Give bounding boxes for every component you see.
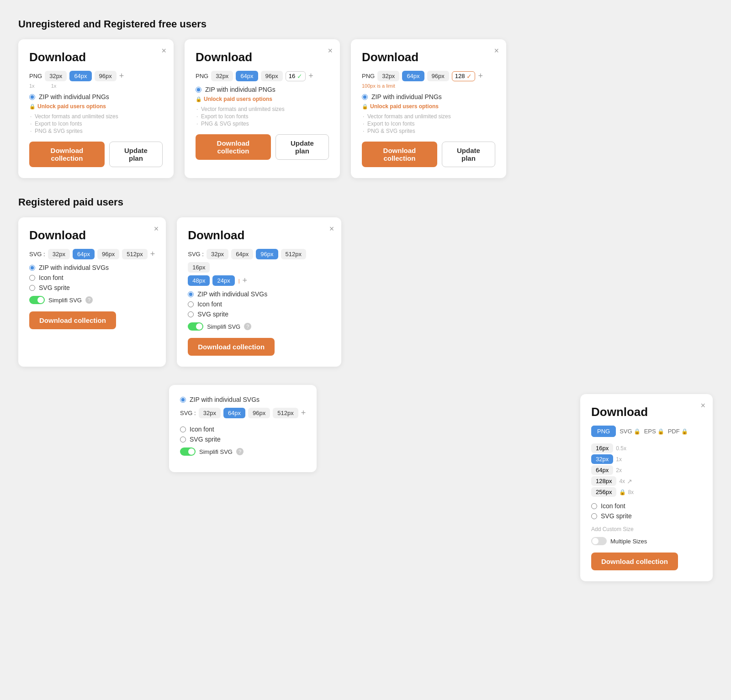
lock-pdf-icon: 🔒 xyxy=(681,428,688,435)
close-button-5[interactable]: × xyxy=(329,225,334,233)
format-png-btn[interactable]: PNG xyxy=(591,426,616,437)
size-512-5[interactable]: 512px xyxy=(281,249,306,259)
close-button-1[interactable]: × xyxy=(161,47,166,55)
download-btn-2[interactable]: Download collection xyxy=(196,134,271,160)
svg-sprite-radio-input-1[interactable] xyxy=(29,285,35,291)
size-32-4[interactable]: 32px xyxy=(48,249,70,259)
size-16-btn[interactable]: 16px xyxy=(591,443,613,453)
btn-row-3: Download collection Update plan xyxy=(362,142,495,167)
size-32-btn[interactable]: 32px xyxy=(591,454,613,464)
info-icon-1[interactable]: ? xyxy=(85,296,93,304)
icon-font-radio-input-big[interactable] xyxy=(591,503,597,509)
size-24-5[interactable]: 24px xyxy=(212,275,234,286)
simplifi-toggle-1[interactable] xyxy=(29,296,45,304)
size-32-6[interactable]: 32px xyxy=(199,408,221,418)
svg-sprite-label-3: SVG sprite xyxy=(190,436,221,443)
zip-png-radio-input-2[interactable] xyxy=(196,87,201,93)
zip-svg-radio-1: ZIP with individual SVGs xyxy=(29,264,155,271)
size-64-3[interactable]: 64px xyxy=(402,71,424,81)
size-row-5a: SVG : 32px 64px 96px 512px 16px xyxy=(188,249,330,273)
card-title-1: Download xyxy=(29,50,163,64)
svg-format-label: SVG xyxy=(620,428,632,435)
size-128-btn[interactable]: 128px xyxy=(591,476,616,486)
feature-3-2: Export to Icon fonts xyxy=(362,121,495,127)
toggle-row-2: Simplifi SVG ? xyxy=(188,322,330,331)
svg-sprite-radio-input-2[interactable] xyxy=(188,311,194,317)
size-96-4[interactable]: 96px xyxy=(97,249,119,259)
icon-font-radio-input-1[interactable] xyxy=(29,275,35,281)
add-size-4[interactable]: + xyxy=(150,249,155,259)
zip-png-radio-input-3[interactable] xyxy=(362,94,368,100)
download-btn-5[interactable]: Download collection xyxy=(188,338,275,356)
add-size-6[interactable]: + xyxy=(301,408,306,418)
close-button-4[interactable]: × xyxy=(154,225,159,233)
format-label-2: PNG xyxy=(196,73,208,79)
icon-font-radio-input-3[interactable] xyxy=(180,426,186,432)
update-btn-1[interactable]: Update plan xyxy=(109,142,163,167)
update-btn-2[interactable]: Update plan xyxy=(275,134,329,160)
svg-sprite-radio-input-big[interactable] xyxy=(591,513,597,519)
size-64-2[interactable]: 64px xyxy=(236,71,258,81)
size-256-btn[interactable]: 256px xyxy=(591,487,616,497)
close-button-3[interactable]: × xyxy=(494,47,499,55)
size-32-2[interactable]: 32px xyxy=(211,71,233,81)
size-row-2: PNG 32px 64px 96px 16 ✓ + xyxy=(196,71,329,81)
size-512-6[interactable]: 512px xyxy=(273,408,298,418)
size-64-5[interactable]: 64px xyxy=(231,249,253,259)
simplifi-toggle-3[interactable] xyxy=(180,447,196,456)
section1-title: Unregistered and Registered free users xyxy=(18,18,713,30)
size-96-1[interactable]: 96px xyxy=(95,71,117,81)
unlock-link-1[interactable]: Unlock paid users options xyxy=(29,103,163,110)
download-btn-4[interactable]: Download collection xyxy=(29,311,116,329)
svg-sprite-radio-input-3[interactable] xyxy=(180,437,186,442)
size-32-3[interactable]: 32px xyxy=(377,71,399,81)
scale-1x: 1x xyxy=(616,456,622,463)
zip-png-label-1: ZIP with individual PNGs xyxy=(39,93,109,100)
size-96-3[interactable]: 96px xyxy=(427,71,449,81)
add-custom-size-btn[interactable]: Add Custom Size xyxy=(591,526,634,532)
size-64-4[interactable]: 64px xyxy=(73,249,95,259)
icon-font-radio-input-2[interactable] xyxy=(188,301,194,307)
icon-font-label-3: Icon font xyxy=(190,426,214,433)
scale-1x-2: 1x xyxy=(51,83,57,89)
btn-row-1: Download collection Update plan xyxy=(29,142,163,167)
simplifi-toggle-2[interactable] xyxy=(188,322,203,331)
unlock-link-3[interactable]: Unlock paid users options xyxy=(362,103,495,110)
info-icon-2[interactable]: ? xyxy=(244,323,251,330)
add-size-1[interactable]: + xyxy=(119,71,124,81)
add-size-3[interactable]: + xyxy=(478,71,483,81)
unlock-link-2[interactable]: Unlock paid users options xyxy=(196,96,329,102)
size-64-btn[interactable]: 64px xyxy=(591,465,613,475)
svg-sprite-radio-2: SVG sprite xyxy=(188,311,330,318)
size-512-4[interactable]: 512px xyxy=(122,249,147,259)
info-icon-3[interactable]: ? xyxy=(236,448,244,455)
multi-sizes-toggle[interactable] xyxy=(591,537,607,545)
size-16-5[interactable]: 16px xyxy=(188,262,210,273)
custom-input-3[interactable]: 128 xyxy=(455,73,465,79)
size-96-6[interactable]: 96px xyxy=(248,408,270,418)
btn-row-5: Download collection xyxy=(188,338,330,356)
close-button-6[interactable]: × xyxy=(700,401,705,410)
download-btn-big[interactable]: Download collection xyxy=(591,553,678,570)
download-btn-3[interactable]: Download collection xyxy=(362,142,437,167)
close-button-2[interactable]: × xyxy=(328,47,333,55)
svg-sprite-label-1: SVG sprite xyxy=(39,284,70,291)
size-96-2[interactable]: 96px xyxy=(261,71,283,81)
btn-row-4: Download collection xyxy=(29,311,155,329)
update-btn-3[interactable]: Update plan xyxy=(442,142,495,167)
size-96-5[interactable]: 96px xyxy=(256,249,278,259)
zip-png-radio-input-1[interactable] xyxy=(29,94,35,100)
size-32-5[interactable]: 32px xyxy=(207,249,228,259)
size-48-5[interactable]: 48px xyxy=(188,275,210,286)
card-title-2: Download xyxy=(196,50,329,64)
size-64-1[interactable]: 64px xyxy=(69,71,91,81)
add-size-2[interactable]: + xyxy=(308,71,313,81)
download-btn-1[interactable]: Download collection xyxy=(29,142,105,167)
zip-svg-radio-input-2[interactable] xyxy=(188,291,194,297)
size-32-1[interactable]: 32px xyxy=(45,71,67,81)
add-size-5[interactable]: + xyxy=(243,276,248,285)
zip-svg-radio-input-1[interactable] xyxy=(29,265,35,271)
size-64-6[interactable]: 64px xyxy=(223,408,245,418)
custom-input-2[interactable]: 16 xyxy=(289,73,295,79)
zip-svg-radio-input-3[interactable] xyxy=(180,397,186,403)
